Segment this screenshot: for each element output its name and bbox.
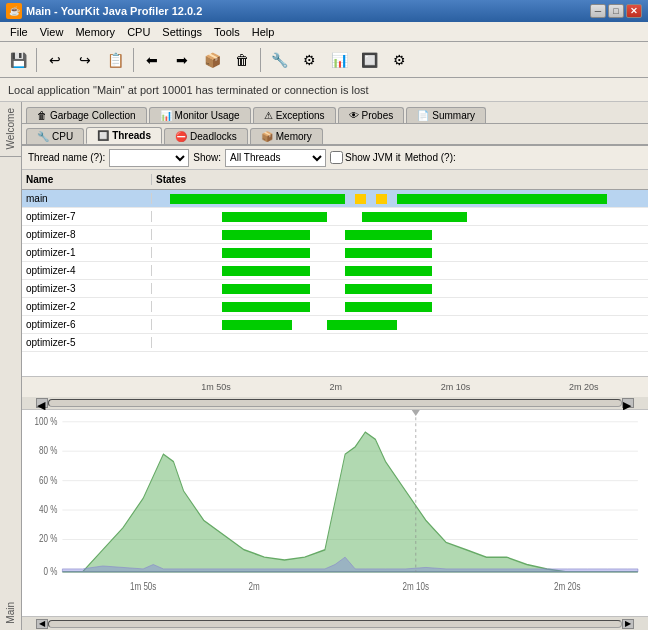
- tab-deadlocks-label: Deadlocks: [190, 131, 237, 142]
- tab-deadlocks[interactable]: ⛔ Deadlocks: [164, 128, 248, 144]
- state-bar: [222, 284, 310, 294]
- minimize-button[interactable]: ─: [590, 4, 606, 18]
- chart-scroll-left[interactable]: ◀: [36, 619, 48, 629]
- menu-memory[interactable]: Memory: [69, 24, 121, 40]
- thread-name: optimizer-6: [22, 319, 152, 330]
- thread-row[interactable]: optimizer-3: [22, 280, 648, 298]
- window-controls: ─ □ ✕: [590, 4, 642, 18]
- thread-row[interactable]: optimizer-6: [22, 316, 648, 334]
- timeline-labels: 1m 50s 2m 2m 10s 2m 20s: [152, 382, 648, 392]
- svg-text:0 %: 0 %: [43, 564, 57, 577]
- show-select[interactable]: All Threads Running Threads Sleeping Thr…: [225, 149, 326, 167]
- thread-row[interactable]: optimizer-1: [22, 244, 648, 262]
- state-bar: [345, 230, 433, 240]
- toolbar-package[interactable]: 📦: [198, 46, 226, 74]
- svg-text:2m 20s: 2m 20s: [554, 579, 580, 592]
- tl-label-2: 2m: [330, 382, 343, 392]
- thread-states: [152, 334, 648, 351]
- thread-name: optimizer-2: [22, 301, 152, 312]
- state-bar: [222, 212, 327, 222]
- timeline-container: 1m 50s 2m 2m 10s 2m 20s ◀ ▶: [22, 377, 648, 410]
- chart-scrollbar[interactable]: ◀ ▶: [22, 616, 648, 630]
- thread-states: [152, 226, 648, 243]
- content-area: 🗑 Garbage Collection 📊 Monitor Usage ⚠ E…: [22, 102, 648, 630]
- state-bar: [345, 266, 433, 276]
- app-icon: ☕: [6, 3, 22, 19]
- svg-text:100 %: 100 %: [34, 414, 57, 427]
- toolbar: 💾 ↩ ↪ 📋 ⬅ ➡ 📦 🗑 🔧 ⚙ 📊 🔲 ⚙: [0, 42, 648, 78]
- main-label[interactable]: Main: [5, 596, 16, 630]
- welcome-label[interactable]: Welcome: [5, 102, 16, 156]
- state-bar: [222, 320, 292, 330]
- scroll-right-btn[interactable]: ▶: [622, 398, 634, 408]
- tl-label-4: 2m 20s: [569, 382, 599, 392]
- menu-settings[interactable]: Settings: [156, 24, 208, 40]
- menu-file[interactable]: File: [4, 24, 34, 40]
- chart-scroll-right[interactable]: ▶: [622, 619, 634, 629]
- tab-cpu[interactable]: 🔧 CPU: [26, 128, 84, 144]
- svg-text:2m: 2m: [249, 579, 260, 592]
- chart-area: 100 % 80 % 60 % 40 % 20 % 0 %: [22, 410, 648, 616]
- main-container: Welcome Main 🗑 Garbage Collection 📊 Moni…: [0, 102, 648, 630]
- show-jvm-label[interactable]: Show JVM it: [330, 151, 401, 164]
- close-button[interactable]: ✕: [626, 4, 642, 18]
- tab-memory[interactable]: 📦 Memory: [250, 128, 323, 144]
- tab-threads-label: Threads: [112, 130, 151, 141]
- monitor-icon: 📊: [160, 110, 172, 121]
- maximize-button[interactable]: □: [608, 4, 624, 18]
- col-header-name: Name: [22, 174, 152, 185]
- thread-row[interactable]: main: [22, 190, 648, 208]
- menu-cpu[interactable]: CPU: [121, 24, 156, 40]
- threads-icon: 🔲: [97, 130, 109, 141]
- thread-states: [152, 244, 648, 261]
- thread-row[interactable]: optimizer-8: [22, 226, 648, 244]
- tab-summary[interactable]: 📄 Summary: [406, 107, 486, 123]
- menu-help[interactable]: Help: [246, 24, 281, 40]
- tab-exceptions-label: Exceptions: [276, 110, 325, 121]
- thread-row[interactable]: optimizer-2: [22, 298, 648, 316]
- menu-tools[interactable]: Tools: [208, 24, 246, 40]
- tab-threads[interactable]: 🔲 Threads: [86, 127, 162, 144]
- chart-scroll-track[interactable]: [48, 620, 622, 628]
- thread-rows: mainoptimizer-7optimizer-8optimizer-1opt…: [22, 190, 648, 376]
- toolbar-sep-1: [36, 48, 37, 72]
- state-bar: [345, 248, 433, 258]
- tabs-row-2: 🔧 CPU 🔲 Threads ⛔ Deadlocks 📦 Memory: [22, 124, 648, 146]
- toolbar-copy[interactable]: 📋: [101, 46, 129, 74]
- toolbar-config[interactable]: ⚙: [385, 46, 413, 74]
- toolbar-chart[interactable]: 📊: [325, 46, 353, 74]
- tab-probes[interactable]: 👁 Probes: [338, 107, 405, 123]
- scroll-left-btn[interactable]: ◀: [36, 398, 48, 408]
- tl-label-3: 2m 10s: [441, 382, 471, 392]
- filter-bar: Thread name (?): Show: All Threads Runni…: [22, 146, 648, 170]
- thread-row[interactable]: optimizer-5: [22, 334, 648, 352]
- thread-row[interactable]: optimizer-7: [22, 208, 648, 226]
- toolbar-delete[interactable]: 🗑: [228, 46, 256, 74]
- svg-marker-12: [62, 432, 638, 572]
- toolbar-back[interactable]: ⬅: [138, 46, 166, 74]
- tab-gc[interactable]: 🗑 Garbage Collection: [26, 107, 147, 123]
- svg-text:2m 10s: 2m 10s: [403, 579, 429, 592]
- thread-name: optimizer-5: [22, 337, 152, 348]
- toolbar-redo[interactable]: ↪: [71, 46, 99, 74]
- menu-view[interactable]: View: [34, 24, 70, 40]
- svg-text:40 %: 40 %: [39, 503, 57, 516]
- tab-monitor[interactable]: 📊 Monitor Usage: [149, 107, 251, 123]
- tab-exceptions[interactable]: ⚠ Exceptions: [253, 107, 336, 123]
- tab-cpu-label: CPU: [52, 131, 73, 142]
- show-jvm-checkbox[interactable]: [330, 151, 343, 164]
- thread-name-select[interactable]: [109, 149, 189, 167]
- timeline-scrollbar[interactable]: ◀ ▶: [22, 397, 648, 409]
- col-header-states: States: [152, 174, 648, 185]
- scroll-track[interactable]: [48, 399, 622, 407]
- thread-name: optimizer-1: [22, 247, 152, 258]
- toolbar-undo[interactable]: ↩: [41, 46, 69, 74]
- thread-states: [152, 208, 648, 225]
- thread-name: main: [22, 193, 152, 204]
- toolbar-settings[interactable]: 🔧: [265, 46, 293, 74]
- thread-row[interactable]: optimizer-4: [22, 262, 648, 280]
- toolbar-forward[interactable]: ➡: [168, 46, 196, 74]
- toolbar-grid[interactable]: 🔲: [355, 46, 383, 74]
- toolbar-gear[interactable]: ⚙: [295, 46, 323, 74]
- toolbar-save[interactable]: 💾: [4, 46, 32, 74]
